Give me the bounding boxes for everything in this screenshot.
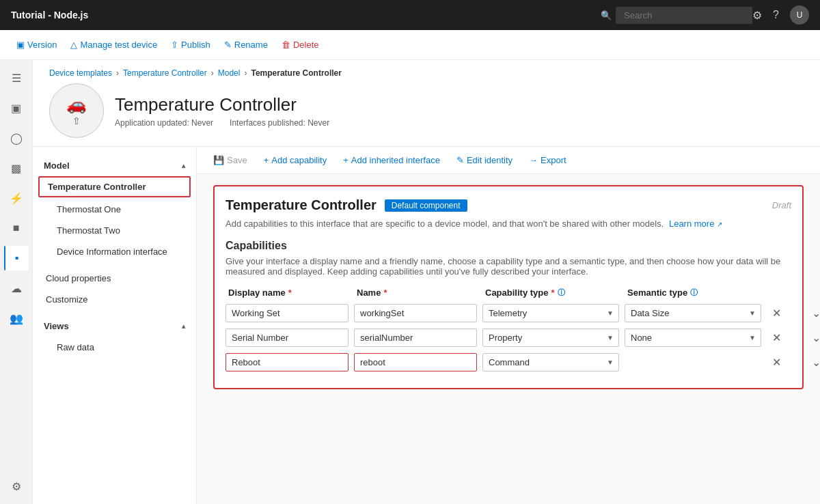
expand-row-btn-1[interactable]: ⌄ — [806, 328, 820, 347]
rules-icon-btn[interactable]: ⚡ — [4, 186, 29, 210]
device-header: 🚗 ⇧ Temperature Controller Application u… — [49, 83, 804, 138]
topbar-icons: ⚙ ? U — [752, 5, 809, 25]
delete-row-btn-1[interactable]: ✕ — [767, 328, 786, 347]
content-area: Device templates › Temperature Controlle… — [33, 60, 820, 504]
default-component-badge: Default component — [385, 199, 467, 212]
main-panel: Temperature Controller Default component… — [197, 174, 820, 504]
add-inherited-icon: + — [343, 155, 348, 165]
name-input-2[interactable] — [354, 353, 477, 372]
users-icon-btn[interactable]: 👥 — [4, 306, 29, 331]
model-chevron: ▴ — [182, 162, 185, 169]
export-icon: → — [529, 155, 538, 165]
col-display-name: Display name * — [228, 288, 351, 298]
devices-icon-btn[interactable]: ◯ — [4, 126, 29, 150]
rename-button[interactable]: ✎ Rename — [219, 37, 273, 53]
semantic-type-select-1[interactable]: Data Size None Temperature — [625, 328, 761, 347]
nav-item-raw-data[interactable]: Raw data — [33, 337, 196, 358]
col-capability-type: Capability type * ⓘ — [485, 288, 622, 298]
nav-item-device-information[interactable]: Device Information interface — [33, 241, 196, 262]
capability-row-2: Telemetry Property Command ▼ ✕ ⌄ — [226, 352, 791, 372]
save-icon: 💾 — [213, 155, 224, 165]
name-input-0[interactable] — [354, 304, 477, 322]
templates-icon-btn[interactable]: ▪ — [4, 246, 29, 270]
capability-type-info-icon[interactable]: ⓘ — [558, 288, 565, 298]
nav-item-temperature-controller[interactable]: Temperature Controller — [38, 176, 191, 197]
learn-more-link[interactable]: Learn more ↗ — [669, 219, 722, 229]
views-chevron: ▴ — [182, 322, 185, 330]
add-capability-button[interactable]: + Add capability — [258, 152, 333, 168]
side-icon-bar: ☰ ▣ ◯ ▩ ⚡ ■ ▪ ☁ 👥 ⚙ — [0, 60, 33, 504]
manage-test-device-button[interactable]: △ Manage test device — [65, 37, 163, 53]
settings-icon[interactable]: ⚙ — [752, 9, 762, 22]
capability-row-1: Telemetry Property Command ▼ Data — [226, 328, 791, 347]
analytics-icon-btn[interactable]: ▩ — [4, 156, 29, 180]
display-name-input-1[interactable] — [226, 328, 348, 347]
col-name: Name * — [357, 288, 480, 298]
publish-icon: ⇧ — [171, 40, 178, 50]
name-input-1[interactable] — [354, 328, 477, 347]
cloud-icon-btn[interactable]: ☁ — [4, 276, 29, 300]
version-button[interactable]: ▣ Version — [11, 37, 62, 53]
component-description: Add capabilities to this interface that … — [226, 219, 791, 229]
views-section-header[interactable]: Views ▴ — [33, 316, 196, 337]
delete-button[interactable]: 🗑 Delete — [276, 37, 325, 53]
device-info: Temperature Controller Application updat… — [115, 94, 329, 128]
capability-row-0: Telemetry Property Command ▼ Data — [226, 303, 791, 322]
breadcrumb-device-templates[interactable]: Device templates — [49, 68, 112, 78]
capabilities-desc: Give your interface a display name and a… — [226, 256, 791, 277]
jobs-icon-btn[interactable]: ■ — [4, 216, 29, 240]
semantic-type-info-icon[interactable]: ⓘ — [690, 288, 698, 298]
publish-button[interactable]: ⇧ Publish — [165, 37, 216, 53]
expand-row-btn-2[interactable]: ⌄ — [806, 352, 820, 372]
help-icon[interactable]: ? — [773, 9, 779, 21]
save-button[interactable]: 💾 Save — [208, 152, 253, 168]
capability-type-select-0[interactable]: Telemetry Property Command — [482, 304, 619, 322]
user-icon[interactable]: U — [790, 5, 809, 25]
component-box: Temperature Controller Default component… — [213, 185, 804, 389]
rename-icon: ✎ — [224, 40, 232, 50]
display-name-input-2[interactable] — [226, 353, 348, 372]
search-wrapper: 🔍 — [601, 7, 752, 24]
breadcrumb: Device templates › Temperature Controlle… — [49, 68, 804, 78]
capabilities-table-header: Display name * Name * Capability type — [226, 288, 791, 298]
device-name: Temperature Controller — [115, 94, 329, 115]
edit-identity-button[interactable]: ✎ Edit identity — [451, 152, 518, 168]
nav-item-thermostat-two[interactable]: Thermostat Two — [33, 220, 196, 241]
add-inherited-interface-button[interactable]: + Add inherited interface — [338, 152, 446, 168]
component-name: Temperature Controller — [226, 197, 377, 213]
expand-row-btn-0[interactable]: ⌄ — [806, 303, 820, 322]
nav-item-customize[interactable]: Customize — [33, 289, 196, 310]
nav-item-cloud-properties[interactable]: Cloud properties — [33, 268, 196, 289]
breadcrumb-temperature-controller[interactable]: Temperature Controller — [123, 68, 207, 78]
admin-icon-btn[interactable]: ⚙ — [4, 474, 29, 499]
external-link-icon: ↗ — [717, 221, 722, 228]
draft-label: Draft — [772, 200, 791, 210]
edit-identity-icon: ✎ — [456, 155, 464, 165]
semantic-type-select-0[interactable]: Data Size None Temperature — [625, 304, 761, 322]
capability-type-select-2[interactable]: Telemetry Property Command — [482, 353, 619, 372]
header-panel: Device templates › Temperature Controlle… — [33, 60, 820, 147]
capability-type-select-1[interactable]: Telemetry Property Command — [482, 328, 619, 347]
dashboard-icon-btn[interactable]: ▣ — [4, 96, 29, 120]
display-name-input-0[interactable] — [226, 304, 348, 322]
search-icon: 🔍 — [601, 10, 612, 20]
device-icon: 🚗 ⇧ — [49, 83, 104, 138]
menu-icon-btn[interactable]: ☰ — [4, 66, 29, 90]
nav-item-thermostat-one[interactable]: Thermostat One — [33, 199, 196, 220]
delete-icon: 🗑 — [282, 40, 290, 50]
breadcrumb-model[interactable]: Model — [218, 68, 241, 78]
component-header: Temperature Controller Default component… — [226, 197, 791, 213]
delete-row-btn-2[interactable]: ✕ — [767, 352, 786, 372]
delete-row-btn-0[interactable]: ✕ — [767, 303, 786, 322]
breadcrumb-current: Temperature Controller — [251, 68, 341, 78]
topbar: Tutorial - Node.js 🔍 ⚙ ? U — [0, 0, 820, 30]
main-layout: ☰ ▣ ◯ ▩ ⚡ ■ ▪ ☁ 👥 ⚙ Device templates › T… — [0, 60, 820, 504]
search-input[interactable] — [616, 7, 752, 24]
export-button[interactable]: → Export — [523, 152, 572, 168]
left-nav: Model ▴ Temperature Controller Thermosta… — [33, 147, 197, 504]
model-section-header[interactable]: Model ▴ — [33, 155, 196, 176]
version-icon: ▣ — [16, 40, 25, 50]
capabilities-section: Capabilities Give your interface a displ… — [226, 240, 791, 372]
device-meta: Application updated: Never Interfaces pu… — [115, 118, 329, 128]
add-capability-icon: + — [264, 155, 269, 165]
